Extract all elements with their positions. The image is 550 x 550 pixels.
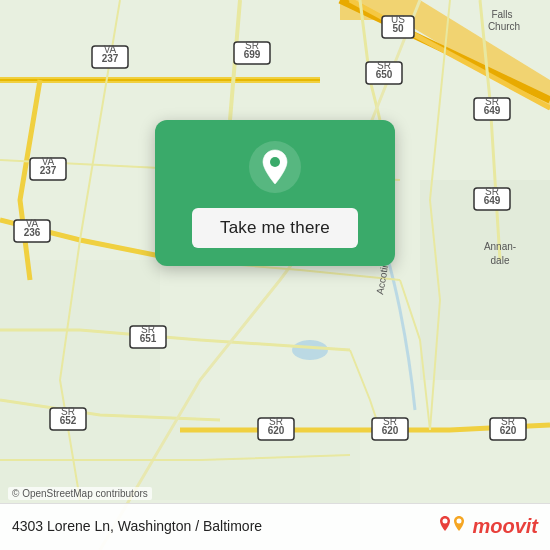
svg-text:651: 651 [140, 333, 157, 344]
take-me-there-button[interactable]: Take me there [192, 208, 358, 248]
svg-text:620: 620 [268, 425, 285, 436]
svg-text:652: 652 [60, 415, 77, 426]
svg-text:620: 620 [500, 425, 517, 436]
svg-rect-3 [0, 260, 160, 380]
svg-text:Church: Church [488, 21, 520, 32]
map-background: US 50 VA 237 VA 237 VA 236 SR 699 SR 650… [0, 0, 550, 550]
svg-text:620: 620 [382, 425, 399, 436]
svg-text:649: 649 [484, 195, 501, 206]
address-text: 4303 Lorene Ln, Washington / Baltimore [12, 518, 262, 534]
moovit-logo: moovit [437, 512, 538, 540]
svg-text:649: 649 [484, 105, 501, 116]
location-pin-icon [248, 140, 302, 194]
location-card[interactable]: Take me there [155, 120, 395, 266]
svg-point-53 [457, 519, 462, 524]
svg-rect-4 [0, 380, 200, 500]
svg-text:699: 699 [244, 49, 261, 60]
svg-point-52 [443, 519, 448, 524]
moovit-brand-text: moovit [472, 515, 538, 538]
moovit-pin-icon [437, 512, 469, 540]
svg-text:Annan-: Annan- [484, 241, 516, 252]
map-container: US 50 VA 237 VA 237 VA 236 SR 699 SR 650… [0, 0, 550, 550]
svg-text:50: 50 [392, 23, 404, 34]
svg-text:236: 236 [24, 227, 41, 238]
osm-attribution: © OpenStreetMap contributors [8, 487, 152, 500]
svg-text:237: 237 [40, 165, 57, 176]
bottom-bar: 4303 Lorene Ln, Washington / Baltimore m… [0, 503, 550, 550]
svg-text:650: 650 [376, 69, 393, 80]
svg-text:dale: dale [491, 255, 510, 266]
svg-text:237: 237 [102, 53, 119, 64]
svg-rect-5 [200, 430, 360, 510]
svg-text:Falls: Falls [491, 9, 512, 20]
svg-point-1 [292, 340, 328, 360]
svg-point-51 [270, 157, 280, 167]
